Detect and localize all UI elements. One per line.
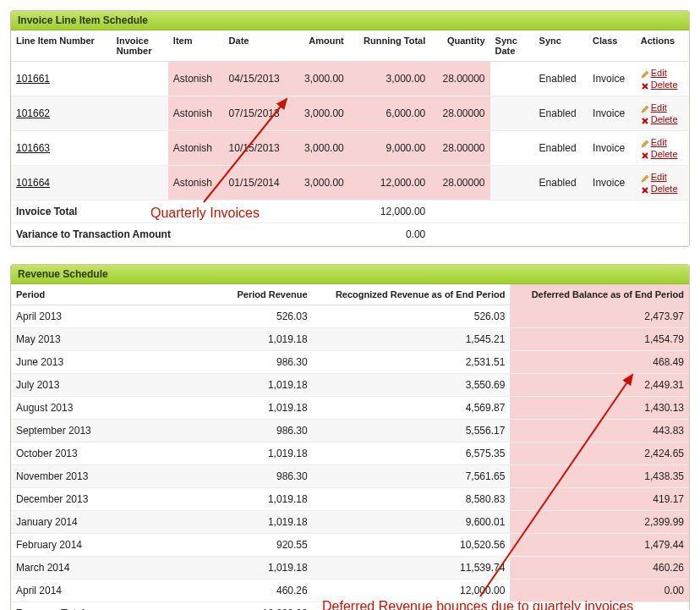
cell-item: Astonish: [168, 96, 224, 131]
table-row: June 2013986.302,531.51468.49: [11, 351, 689, 374]
table-row: September 2013986.305,556.17443.83: [11, 420, 689, 442]
cell-deferred: 2,399.99: [510, 511, 689, 534]
table-row: January 20141,019.189,600.012,399.99: [11, 511, 689, 534]
cell-actions: EditDelete: [636, 131, 689, 166]
cell-period: September 2013: [11, 420, 224, 442]
revenue-panel-title: Revenue Schedule: [11, 265, 689, 284]
table-row: February 2014920.5510,520.561,479.44: [11, 534, 689, 557]
cell-sync: Enabled: [534, 166, 588, 201]
cell-sync: Enabled: [534, 62, 588, 96]
col-deferred: Deferred Balance as of End Period: [510, 284, 689, 305]
delete-action[interactable]: Delete: [641, 148, 684, 160]
cell-period-revenue: 986.30: [224, 465, 313, 488]
delete-link[interactable]: Delete: [651, 149, 678, 159]
line-item-link[interactable]: 101664: [16, 177, 50, 189]
cell-recognized: 10,520.56: [313, 534, 511, 557]
col-actions: Actions: [636, 30, 689, 62]
table-row: April 2014460.2612,000.000.00: [11, 580, 689, 602]
edit-link[interactable]: Edit: [651, 102, 667, 113]
cell-amount: 3,000.00: [293, 166, 349, 201]
cell-recognized: 1,545.21: [313, 328, 511, 351]
pencil-icon: [641, 139, 649, 147]
edit-link[interactable]: Edit: [651, 172, 667, 182]
line-item-link[interactable]: 101662: [16, 107, 50, 119]
cell-deferred: 2,449.31: [510, 374, 689, 397]
delete-link[interactable]: Delete: [651, 184, 678, 194]
cell-recognized: 5,556.17: [313, 420, 511, 442]
cell-period: February 2014: [11, 534, 224, 557]
line-item-link[interactable]: 101661: [16, 73, 50, 85]
table-row: 101661Astonish04/15/20133,000.003,000.00…: [11, 62, 689, 96]
cell-date: 01/15/2014: [224, 166, 293, 201]
cell-class: Invoice: [588, 96, 636, 131]
cell-recognized: 4,569.87: [313, 397, 511, 420]
cell-date: 07/15/2013: [224, 96, 293, 131]
line-item-link[interactable]: 101663: [16, 142, 50, 154]
cell-invoice-number: [112, 96, 168, 131]
cell-item: Astonish: [168, 166, 224, 201]
cell-period: October 2013: [11, 442, 224, 465]
revenue-total-value: 12,000.00: [224, 602, 313, 611]
cell-invoice-number: [112, 62, 168, 96]
pencil-icon: [641, 173, 649, 182]
cell-item: Astonish: [168, 131, 224, 166]
cell-quantity: 28.00000: [430, 96, 489, 131]
cell-invoice-number: [112, 131, 168, 166]
cell-deferred: 468.49: [510, 351, 689, 374]
delete-icon: [641, 116, 649, 124]
cell-class: Invoice: [588, 166, 636, 201]
cell-deferred: 443.83: [510, 420, 689, 442]
cell-deferred: 1,479.44: [510, 534, 689, 557]
invoice-total-value: 12,000.00: [293, 201, 430, 223]
edit-action[interactable]: Edit: [641, 171, 684, 183]
delete-link[interactable]: Delete: [651, 114, 678, 124]
table-row: August 20131,019.184,569.871,430.13: [11, 397, 689, 420]
delete-action[interactable]: Delete: [641, 113, 684, 125]
cell-deferred: 2,424.65: [510, 442, 689, 465]
delete-link[interactable]: Delete: [651, 80, 678, 90]
invoice-table: Line Item Number Invoice Number Item Dat…: [11, 30, 689, 246]
cell-recognized: 6,575.35: [313, 442, 511, 465]
col-invoice-number: Invoice Number: [112, 30, 168, 62]
cell-deferred: 419.17: [510, 488, 689, 511]
invoice-header-row: Line Item Number Invoice Number Item Dat…: [11, 30, 689, 62]
invoice-variance-row: Variance to Transaction Amount 0.00: [11, 223, 689, 246]
edit-link[interactable]: Edit: [651, 68, 667, 78]
col-period-revenue: Period Revenue: [224, 284, 313, 305]
table-row: 101664Astonish01/15/20143,000.0012,000.0…: [11, 166, 689, 201]
invoice-panel-title: Invoice Line Item Schedule: [11, 11, 689, 30]
cell-period: July 2013: [11, 374, 224, 397]
cell-running-total: 3,000.00: [349, 62, 430, 96]
edit-action[interactable]: Edit: [641, 136, 684, 148]
cell-period: January 2014: [11, 511, 224, 534]
edit-action[interactable]: Edit: [641, 102, 684, 113]
edit-link[interactable]: Edit: [651, 137, 667, 147]
table-row: October 20131,019.186,575.352,424.65: [11, 442, 689, 465]
col-item: Item: [168, 30, 224, 62]
col-class: Class: [588, 30, 636, 62]
cell-recognized: 9,600.01: [313, 511, 511, 534]
cell-amount: 3,000.00: [293, 131, 349, 166]
cell-sync: Enabled: [534, 96, 588, 131]
cell-period-revenue: 920.55: [224, 534, 313, 557]
cell-actions: EditDelete: [636, 96, 689, 131]
col-sync-date: Sync Date: [490, 30, 534, 62]
cell-deferred: 2,473.97: [510, 305, 689, 328]
cell-period-revenue: 1,019.18: [224, 442, 313, 465]
cell-sync: Enabled: [534, 131, 588, 166]
invoice-variance-value: 0.00: [293, 223, 430, 246]
cell-invoice-number: [112, 166, 168, 201]
delete-action[interactable]: Delete: [641, 79, 684, 91]
cell-period: April 2013: [11, 305, 224, 328]
cell-amount: 3,000.00: [293, 96, 349, 131]
cell-deferred: 1,438.35: [510, 465, 689, 488]
cell-class: Invoice: [588, 62, 636, 96]
cell-recognized: 7,561.65: [313, 465, 511, 488]
cell-amount: 3,000.00: [293, 62, 349, 96]
edit-action[interactable]: Edit: [641, 67, 684, 79]
delete-action[interactable]: Delete: [641, 183, 684, 195]
table-row: April 2013526.03526.032,473.97: [11, 305, 689, 328]
cell-period-revenue: 1,019.18: [224, 557, 313, 580]
cell-period-revenue: 460.26: [224, 580, 313, 602]
cell-period-revenue: 526.03: [224, 305, 313, 328]
